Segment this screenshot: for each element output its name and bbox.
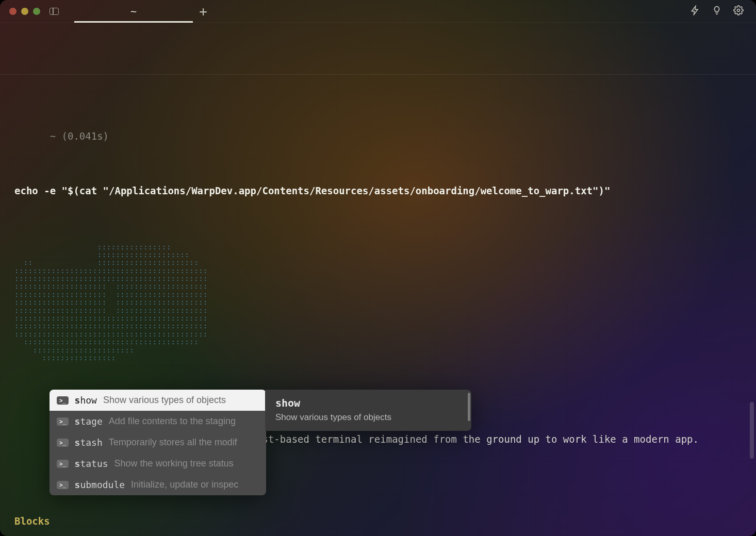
sidebar-toggle-icon[interactable] [50, 8, 59, 15]
autocomplete-item[interactable]: >_showShow various types of objects [50, 390, 266, 411]
autocomplete-detail: show Show various types of objects [265, 390, 471, 431]
window-controls [9, 8, 40, 15]
autocomplete-detail-title: show [275, 397, 461, 409]
autocomplete-list[interactable]: >_showShow various types of objects>_sta… [50, 390, 266, 495]
autocomplete-popup: >_showShow various types of objects>_sta… [50, 390, 471, 495]
bolt-icon[interactable] [690, 5, 700, 18]
autocomplete-item[interactable]: >_submoduleInitialize, update or inspec [50, 474, 266, 495]
autocomplete-item[interactable]: >_stashTemporarily stores all the modif [50, 432, 266, 453]
autocomplete-item-name: submodule [75, 479, 125, 490]
gear-icon[interactable] [733, 5, 744, 18]
autocomplete-item-name: stash [75, 437, 103, 448]
minimize-window-button[interactable] [21, 8, 28, 15]
autocomplete-item[interactable]: >_stageAdd file contents to the staging [50, 411, 266, 432]
app-window: ~ + ~ (0.041s) echo -e "$(cat "/Applicat… [0, 0, 756, 536]
autocomplete-item-desc: Initialize, update or inspec [131, 479, 238, 490]
main-scrollbar[interactable] [750, 402, 754, 459]
svg-point-0 [737, 9, 740, 11]
block-meta: ~ (0.041s) [14, 115, 742, 157]
autocomplete-item-name: status [75, 458, 108, 469]
section-heading-blocks: Blocks [14, 514, 742, 528]
terminal-chip-icon: >_ [57, 439, 69, 447]
terminal-chip-icon: >_ [57, 417, 69, 426]
close-window-button[interactable] [9, 8, 17, 15]
autocomplete-item-name: show [75, 395, 97, 406]
autocomplete-item-desc: Show the working tree status [114, 458, 234, 469]
autocomplete-item[interactable]: >_statusShow the working tree status [50, 453, 266, 474]
terminal-chip-icon: >_ [57, 396, 69, 405]
lightbulb-icon[interactable] [712, 5, 722, 18]
autocomplete-item-desc: Show various types of objects [103, 395, 226, 406]
ascii-art-logo: :::::::::::::::: :::::::::::::::::::: ::… [14, 243, 742, 362]
terminal-chip-icon: >_ [57, 460, 69, 468]
tab-label: ~ [130, 5, 137, 18]
autocomplete-item-name: stage [75, 416, 103, 427]
block-command: echo -e "$(cat "/Applications/WarpDev.ap… [14, 184, 742, 198]
terminal-chip-icon: >_ [57, 481, 69, 489]
autocomplete-item-desc: Add file contents to the staging [109, 416, 236, 427]
zoom-window-button[interactable] [33, 8, 40, 15]
autocomplete-detail-body: Show various types of objects [275, 412, 461, 423]
titlebar: ~ + [0, 0, 756, 23]
tab-home[interactable]: ~ [74, 0, 193, 23]
autocomplete-item-desc: Temporarily stores all the modif [109, 437, 237, 448]
new-tab-button[interactable]: + [193, 4, 213, 19]
